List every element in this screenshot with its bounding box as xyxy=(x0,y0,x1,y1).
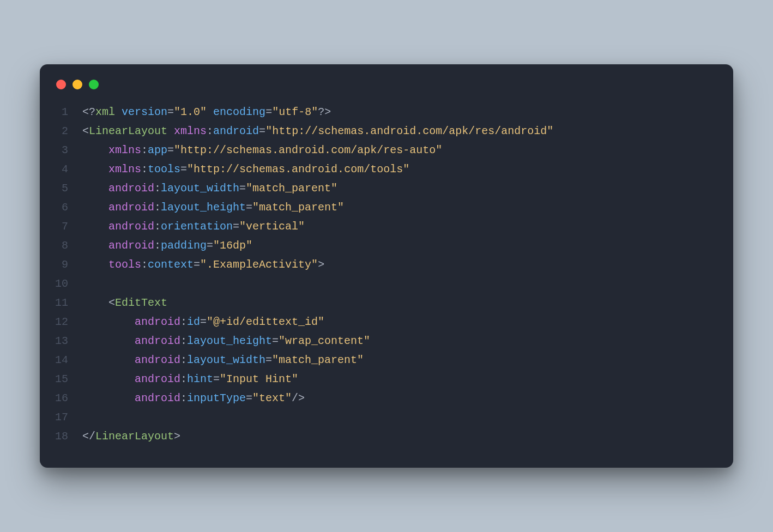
line-number: 2 xyxy=(40,122,82,141)
code-content: xmlns:app="http://schemas.android.com/ap… xyxy=(82,141,733,160)
code-line: 16 android:inputType="text"/> xyxy=(40,389,733,408)
code-content: android:layout_width="match_parent" xyxy=(82,179,733,198)
line-number: 3 xyxy=(40,141,82,160)
code-line: 15 android:hint="Input Hint" xyxy=(40,370,733,389)
code-line: 14 android:layout_width="match_parent" xyxy=(40,350,733,370)
code-content: tools:context=".ExampleActivity"> xyxy=(82,255,733,274)
line-number: 8 xyxy=(40,236,82,255)
maximize-icon[interactable] xyxy=(89,80,99,89)
code-content: xmlns:tools="http://schemas.android.com/… xyxy=(82,160,733,179)
line-number: 1 xyxy=(40,102,82,122)
code-block: 1 <?xml version="1.0" encoding="utf-8"?>… xyxy=(40,102,733,446)
code-line: 4 xmlns:tools="http://schemas.android.co… xyxy=(40,160,733,179)
code-content: android:inputType="text"/> xyxy=(82,389,733,408)
line-number: 18 xyxy=(40,427,82,446)
code-line: 7 android:orientation="vertical" xyxy=(40,217,733,236)
line-number: 17 xyxy=(40,408,82,427)
code-line: 5 android:layout_width="match_parent" xyxy=(40,179,733,198)
line-number: 14 xyxy=(40,350,82,370)
code-content: android:hint="Input Hint" xyxy=(82,370,733,389)
line-number: 5 xyxy=(40,179,82,198)
code-line: 13 android:layout_height="wrap_content" xyxy=(40,331,733,350)
line-number: 4 xyxy=(40,160,82,179)
code-content: android:padding="16dp" xyxy=(82,236,733,255)
code-content: <LinearLayout xmlns:android="http://sche… xyxy=(82,122,733,141)
code-line: 10 xyxy=(40,274,733,293)
code-content: android:layout_height="match_parent" xyxy=(82,198,733,217)
line-number: 16 xyxy=(40,389,82,408)
line-number: 12 xyxy=(40,312,82,331)
code-content: <EditText xyxy=(82,293,733,312)
code-line: 18 </LinearLayout> xyxy=(40,427,733,446)
code-content: android:layout_height="wrap_content" xyxy=(82,331,733,350)
code-line: 17 xyxy=(40,408,733,427)
code-content: android:id="@+id/edittext_id" xyxy=(82,312,733,331)
line-number: 15 xyxy=(40,370,82,389)
minimize-icon[interactable] xyxy=(73,80,82,89)
line-number: 7 xyxy=(40,217,82,236)
line-number: 6 xyxy=(40,198,82,217)
code-line: 11 <EditText xyxy=(40,293,733,312)
line-number: 11 xyxy=(40,293,82,312)
code-line: 6 android:layout_height="match_parent" xyxy=(40,198,733,217)
code-window: 1 <?xml version="1.0" encoding="utf-8"?>… xyxy=(40,64,733,468)
code-content: android:layout_width="match_parent" xyxy=(82,350,733,370)
code-line: 3 xmlns:app="http://schemas.android.com/… xyxy=(40,141,733,160)
window-controls xyxy=(40,80,733,102)
code-line: 1 <?xml version="1.0" encoding="utf-8"?> xyxy=(40,102,733,122)
code-line: 8 android:padding="16dp" xyxy=(40,236,733,255)
code-content xyxy=(82,274,733,293)
code-content: <?xml version="1.0" encoding="utf-8"?> xyxy=(82,102,733,122)
line-number: 13 xyxy=(40,331,82,350)
code-line: 9 tools:context=".ExampleActivity"> xyxy=(40,255,733,274)
line-number: 10 xyxy=(40,274,82,293)
code-line: 2 <LinearLayout xmlns:android="http://sc… xyxy=(40,122,733,141)
close-icon[interactable] xyxy=(56,80,66,89)
code-content: </LinearLayout> xyxy=(82,427,733,446)
line-number: 9 xyxy=(40,255,82,274)
code-content: android:orientation="vertical" xyxy=(82,217,733,236)
code-line: 12 android:id="@+id/edittext_id" xyxy=(40,312,733,331)
code-content xyxy=(82,408,733,427)
